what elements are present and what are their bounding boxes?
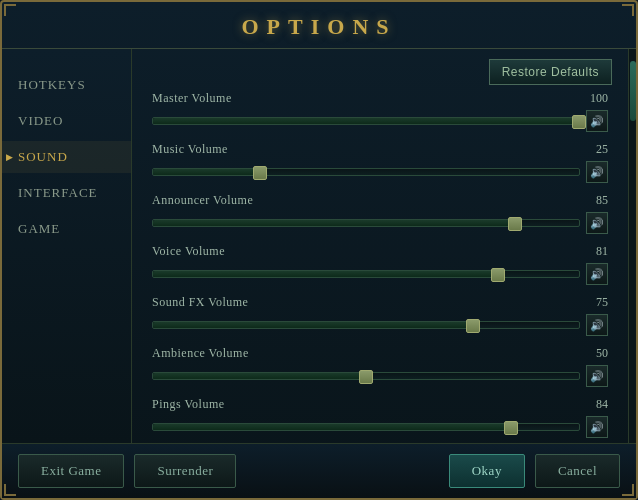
volume-label-row-announcer: Announcer Volume85 [152,193,608,208]
slider-track-soundfx[interactable] [152,321,580,329]
exit-game-button[interactable]: Exit Game [18,454,124,488]
volume-label-announcer: Announcer Volume [152,193,253,208]
volume-label-ambience: Ambience Volume [152,346,249,361]
slider-track-master[interactable] [152,117,580,125]
slider-thumb-master[interactable] [572,115,586,129]
mute-button-music[interactable]: 🔊 [586,161,608,183]
slider-row-ambience: 🔊 [152,365,608,387]
okay-button[interactable]: Okay [449,454,525,488]
sidebar-item-game[interactable]: GAME [2,213,131,245]
slider-track-pings[interactable] [152,423,580,431]
cancel-button[interactable]: Cancel [535,454,620,488]
volume-label-row-music: Music Volume25 [152,142,608,157]
slider-fill-voice [153,271,498,277]
sidebar-item-sound[interactable]: SOUND [2,141,131,173]
volume-label-music: Music Volume [152,142,228,157]
volume-value-music: 25 [578,142,608,157]
main-panel: Restore Defaults Master Volume100🔊Music … [132,49,628,443]
slider-row-pings: 🔊 [152,416,608,438]
mute-button-announcer[interactable]: 🔊 [586,212,608,234]
corner-decoration-tr [622,4,634,16]
slider-fill-music [153,169,260,175]
slider-fill-announcer [153,220,515,226]
volume-label-soundfx: Sound FX Volume [152,295,248,310]
scrollbar[interactable] [628,49,636,443]
mute-button-pings[interactable]: 🔊 [586,416,608,438]
window-title: OPTIONS [2,2,636,49]
sidebar-item-label-sound: SOUND [18,149,68,165]
corner-decoration-tl [4,4,16,16]
volume-section: Master Volume100🔊Music Volume25🔊Announce… [152,91,608,443]
volume-value-pings: 84 [578,397,608,412]
slider-thumb-voice[interactable] [491,268,505,282]
slider-thumb-pings[interactable] [504,421,518,435]
slider-thumb-announcer[interactable] [508,217,522,231]
volume-label-master: Master Volume [152,91,232,106]
volume-label-voice: Voice Volume [152,244,225,259]
volume-row-music: Music Volume25🔊 [152,142,608,183]
volume-value-announcer: 85 [578,193,608,208]
volume-row-soundfx: Sound FX Volume75🔊 [152,295,608,336]
sidebar-item-label-hotkeys: HOTKEYS [18,77,86,93]
sidebar-item-interface[interactable]: INTERFACE [2,177,131,209]
slider-fill-soundfx [153,322,473,328]
volume-row-ambience: Ambience Volume50🔊 [152,346,608,387]
sidebar-item-hotkeys[interactable]: HOTKEYS [2,69,131,101]
corner-decoration-br [622,484,634,496]
volume-row-announcer: Announcer Volume85🔊 [152,193,608,234]
slider-fill-master [153,118,579,124]
volume-value-ambience: 50 [578,346,608,361]
restore-defaults-button[interactable]: Restore Defaults [489,59,612,85]
surrender-button[interactable]: Surrender [134,454,236,488]
slider-track-announcer[interactable] [152,219,580,227]
sidebar-item-label-interface: INTERFACE [18,185,98,201]
scrollbar-thumb[interactable] [630,61,636,121]
slider-thumb-soundfx[interactable] [466,319,480,333]
sidebar-item-label-video: VIDEO [18,113,63,129]
sidebar-item-video[interactable]: VIDEO [2,105,131,137]
slider-thumb-ambience[interactable] [359,370,373,384]
volume-label-row-pings: Pings Volume84 [152,397,608,412]
slider-row-voice: 🔊 [152,263,608,285]
volume-label-row-soundfx: Sound FX Volume75 [152,295,608,310]
volume-row-voice: Voice Volume81🔊 [152,244,608,285]
volume-value-voice: 81 [578,244,608,259]
options-window: OPTIONS HOTKEYSVIDEOSOUNDINTERFACEGAME R… [0,0,638,500]
volume-value-master: 100 [578,91,608,106]
slider-track-ambience[interactable] [152,372,580,380]
slider-row-announcer: 🔊 [152,212,608,234]
sidebar: HOTKEYSVIDEOSOUNDINTERFACEGAME [2,49,132,443]
corner-decoration-bl [4,484,16,496]
slider-row-master: 🔊 [152,110,608,132]
slider-thumb-music[interactable] [253,166,267,180]
footer: Exit Game Surrender Okay Cancel [2,443,636,498]
volume-label-row-voice: Voice Volume81 [152,244,608,259]
footer-right: Okay Cancel [449,454,620,488]
slider-fill-ambience [153,373,366,379]
mute-button-master[interactable]: 🔊 [586,110,608,132]
volume-row-master: Master Volume100🔊 [152,91,608,132]
slider-track-music[interactable] [152,168,580,176]
slider-fill-pings [153,424,511,430]
mute-button-soundfx[interactable]: 🔊 [586,314,608,336]
sidebar-item-label-game: GAME [18,221,60,237]
volume-label-pings: Pings Volume [152,397,225,412]
content-area: HOTKEYSVIDEOSOUNDINTERFACEGAME Restore D… [2,49,636,443]
slider-track-voice[interactable] [152,270,580,278]
volume-row-pings: Pings Volume84🔊 [152,397,608,438]
slider-row-music: 🔊 [152,161,608,183]
mute-button-voice[interactable]: 🔊 [586,263,608,285]
volume-label-row-master: Master Volume100 [152,91,608,106]
volume-value-soundfx: 75 [578,295,608,310]
mute-button-ambience[interactable]: 🔊 [586,365,608,387]
slider-row-soundfx: 🔊 [152,314,608,336]
volume-label-row-ambience: Ambience Volume50 [152,346,608,361]
footer-left: Exit Game Surrender [18,454,236,488]
